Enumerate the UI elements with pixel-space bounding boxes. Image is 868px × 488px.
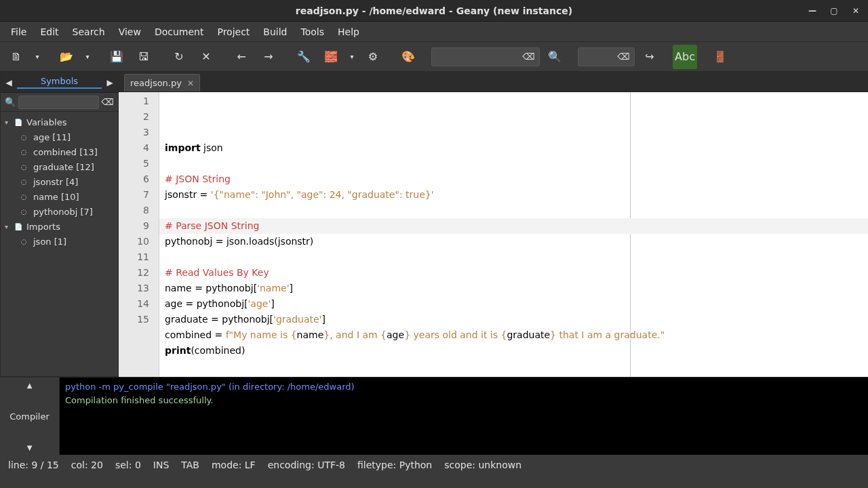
- tree-item[interactable]: ◌json [1]: [2, 234, 117, 249]
- clear-icon[interactable]: ⌫: [618, 52, 630, 62]
- sidebar: ◀ Symbols ▶ 🔍 ⌫ ▾📄Variables◌age [11]◌com…: [0, 72, 119, 377]
- menu-tools[interactable]: Tools: [294, 24, 332, 40]
- tree-item[interactable]: ◌age [11]: [2, 129, 117, 144]
- save-button[interactable]: 💾: [104, 45, 129, 69]
- titlebar: readjson.py - /home/edward - Geany (new …: [0, 0, 868, 22]
- tree-item[interactable]: ◌combined [13]: [2, 144, 117, 159]
- tree-item[interactable]: ◌jsonstr [4]: [2, 174, 117, 189]
- replace-button[interactable]: Abc: [673, 45, 697, 69]
- tree-group[interactable]: ▾📄Variables: [2, 115, 117, 129]
- statusbar: line: 9 / 15 col: 20 sel: 0 INS TAB mode…: [0, 455, 868, 475]
- new-file-button[interactable]: 🗎: [4, 45, 28, 69]
- sidebar-prev-button[interactable]: ◀: [1, 78, 17, 87]
- window-title: readjson.py - /home/edward - Geany (new …: [296, 5, 572, 16]
- close-button[interactable]: ✕: [848, 3, 864, 19]
- menu-build[interactable]: Build: [256, 24, 294, 40]
- execute-button[interactable]: ⚙: [361, 45, 385, 69]
- tab-close-button[interactable]: ✕: [187, 79, 194, 88]
- compiler-output[interactable]: python -m py_compile "readjson.py" (in d…: [60, 378, 868, 455]
- search-icon: 🔍: [5, 97, 16, 107]
- menu-file[interactable]: File: [4, 24, 33, 40]
- open-recent-dropdown[interactable]: ▾: [81, 45, 94, 69]
- tab-bar: readjson.py ✕: [119, 72, 868, 92]
- tree-group[interactable]: ▾📄Imports: [2, 219, 117, 234]
- nav-forward-button[interactable]: →: [256, 45, 281, 69]
- build-button[interactable]: 🧱: [319, 45, 343, 69]
- menu-edit[interactable]: Edit: [33, 24, 65, 40]
- menubar: FileEditSearchViewDocumentProjectBuildTo…: [0, 22, 868, 42]
- new-file-dropdown[interactable]: ▾: [31, 45, 43, 69]
- editor-area: readjson.py ✕ 123456789101112131415 impo…: [119, 72, 868, 377]
- clear-icon[interactable]: ⌫: [523, 52, 535, 62]
- find-button[interactable]: 🔍: [542, 45, 567, 69]
- status-filetype: filetype: Python: [357, 460, 432, 470]
- code-content[interactable]: import json # JSON Stringjsonstr = '{"na…: [159, 92, 868, 377]
- status-scope: scope: unknown: [444, 460, 521, 470]
- symbol-filter-input[interactable]: [18, 96, 99, 109]
- tree-item[interactable]: ◌pythonobj [7]: [2, 204, 117, 219]
- maximize-button[interactable]: ▢: [826, 3, 842, 19]
- save-all-button[interactable]: 🖫: [132, 45, 156, 69]
- compile-button[interactable]: 🔧: [292, 45, 316, 69]
- menu-help[interactable]: Help: [331, 24, 366, 40]
- close-file-button[interactable]: ✕: [194, 45, 218, 69]
- find-input[interactable]: ⌫: [431, 47, 540, 66]
- tree-item[interactable]: ◌graduate [12]: [2, 159, 117, 174]
- symbol-tree[interactable]: ▾📄Variables◌age [11]◌combined [13]◌gradu…: [1, 112, 118, 376]
- compiler-output-line: Compilation finished successfully.: [65, 394, 863, 407]
- quit-button[interactable]: 🚪: [708, 45, 732, 69]
- status-line: line: 9 / 15: [8, 460, 59, 470]
- compiler-output-line: python -m py_compile "readjson.py" (in d…: [65, 380, 863, 394]
- main-area: ◀ Symbols ▶ 🔍 ⌫ ▾📄Variables◌age [11]◌com…: [0, 72, 868, 377]
- status-tab: TAB: [181, 460, 199, 470]
- tree-item[interactable]: ◌name [10]: [2, 189, 117, 204]
- build-dropdown[interactable]: ▾: [346, 45, 358, 69]
- minimize-button[interactable]: —: [804, 3, 821, 19]
- open-file-button[interactable]: 📂: [54, 45, 79, 69]
- status-sel: sel: 0: [115, 460, 141, 470]
- menu-search[interactable]: Search: [66, 24, 112, 40]
- goto-button[interactable]: ↪: [637, 45, 662, 69]
- sidebar-tab-symbols[interactable]: Symbols: [17, 76, 102, 89]
- status-ins: INS: [153, 460, 170, 470]
- clear-icon[interactable]: ⌫: [102, 97, 114, 107]
- file-tab[interactable]: readjson.py ✕: [124, 74, 200, 92]
- file-tab-label: readjson.py: [130, 78, 182, 88]
- line-number-gutter: 123456789101112131415: [119, 92, 159, 377]
- sidebar-next-button[interactable]: ▶: [102, 78, 118, 87]
- menu-project[interactable]: Project: [210, 24, 256, 40]
- goto-line-input[interactable]: ⌫: [578, 47, 635, 66]
- bottom-panel-up-button[interactable]: ▲: [0, 378, 59, 392]
- bottom-panel-down-button[interactable]: ▼: [0, 440, 59, 455]
- color-chooser-button[interactable]: 🎨: [396, 45, 420, 69]
- reload-button[interactable]: ↻: [167, 45, 191, 69]
- status-encoding: encoding: UTF-8: [268, 460, 345, 470]
- status-mode: mode: LF: [212, 460, 256, 470]
- nav-back-button[interactable]: ←: [229, 45, 254, 69]
- menu-document[interactable]: Document: [148, 24, 211, 40]
- status-col: col: 20: [71, 460, 103, 470]
- bottom-panel: ▲ Compiler ▼ python -m py_compile "readj…: [0, 377, 868, 455]
- bottom-tab-compiler[interactable]: Compiler: [0, 392, 59, 440]
- toolbar: 🗎 ▾ 📂 ▾ 💾 🖫 ↻ ✕ ← → 🔧 🧱 ▾ ⚙ 🎨 ⌫ 🔍 ⌫ ↪ Ab…: [0, 42, 868, 72]
- menu-view[interactable]: View: [112, 24, 148, 40]
- code-editor[interactable]: 123456789101112131415 import json # JSON…: [119, 92, 868, 377]
